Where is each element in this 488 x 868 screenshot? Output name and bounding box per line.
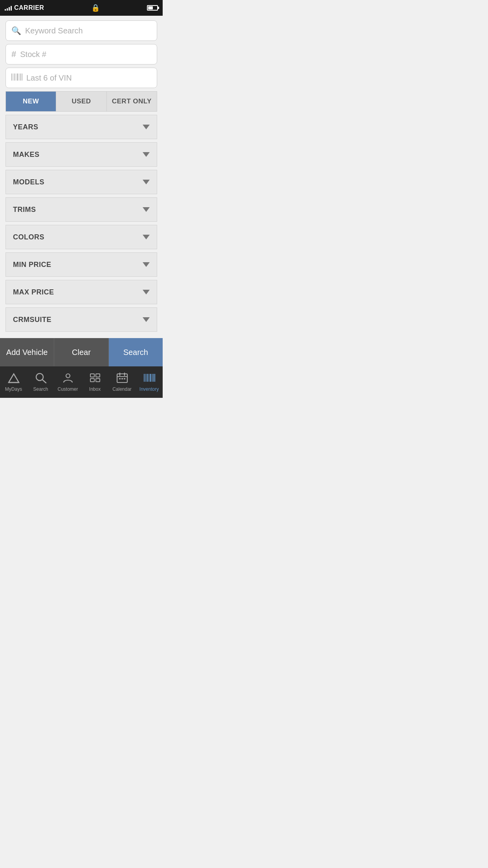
filter-min-price-label: MIN PRICE bbox=[13, 261, 51, 269]
carrier-name: CARRIER bbox=[14, 4, 44, 11]
search-icon: 🔍 bbox=[11, 26, 21, 35]
status-bar: CARRIER 🔒 bbox=[0, 0, 163, 16]
svg-rect-31 bbox=[154, 374, 155, 382]
tab-inbox-label: Inbox bbox=[89, 386, 101, 392]
svg-rect-28 bbox=[150, 374, 151, 382]
filter-makes[interactable]: MAKES bbox=[6, 142, 157, 167]
tab-calendar-label: Calendar bbox=[112, 386, 132, 392]
signal-bar-4 bbox=[11, 6, 12, 11]
chevron-down-icon bbox=[143, 290, 150, 294]
chevron-down-icon bbox=[143, 125, 150, 129]
filter-years-label: YEARS bbox=[13, 123, 39, 131]
main-content: 🔍 # NEW USED CERT ONLY YEARS bbox=[0, 16, 163, 338]
status-left: CARRIER bbox=[5, 4, 44, 11]
tab-search[interactable]: Search bbox=[27, 372, 54, 392]
filter-max-price-label: MAX PRICE bbox=[13, 288, 54, 296]
chevron-down-icon bbox=[143, 235, 150, 239]
filter-colors[interactable]: COLORS bbox=[6, 225, 157, 249]
signal-bars bbox=[5, 5, 12, 11]
keyword-search-container[interactable]: 🔍 bbox=[6, 20, 157, 41]
tab-inventory-label: Inventory bbox=[139, 386, 159, 392]
action-bar: Add Vehicle Clear Search bbox=[0, 338, 163, 366]
stock-search-input[interactable] bbox=[20, 50, 151, 59]
barcode-icon bbox=[11, 73, 22, 83]
svg-rect-25 bbox=[145, 374, 146, 382]
filter-crmsuite-label: CRMSUITE bbox=[13, 316, 51, 324]
calendar-icon bbox=[116, 372, 128, 385]
svg-rect-15 bbox=[90, 379, 94, 382]
battery-fill bbox=[148, 6, 153, 9]
svg-rect-6 bbox=[20, 74, 21, 81]
tab-inventory[interactable]: Inventory bbox=[136, 372, 163, 392]
filter-years[interactable]: YEARS bbox=[6, 115, 157, 139]
filter-max-price[interactable]: MAX PRICE bbox=[6, 280, 157, 304]
vehicle-type-selector[interactable]: NEW USED CERT ONLY bbox=[6, 91, 157, 112]
search-tab-icon bbox=[35, 372, 47, 385]
svg-rect-24 bbox=[144, 374, 145, 382]
tab-customer-label: Customer bbox=[57, 386, 78, 392]
filter-trims[interactable]: TRIMS bbox=[6, 197, 157, 222]
svg-marker-8 bbox=[9, 374, 19, 383]
inventory-icon bbox=[143, 372, 155, 385]
signal-bar-3 bbox=[9, 7, 10, 11]
filter-makes-label: MAKES bbox=[13, 151, 40, 159]
svg-rect-27 bbox=[149, 374, 149, 382]
svg-rect-23 bbox=[124, 378, 125, 379]
filter-min-price[interactable]: MIN PRICE bbox=[6, 252, 157, 277]
vin-search-container[interactable] bbox=[6, 68, 157, 88]
svg-rect-5 bbox=[19, 74, 19, 81]
svg-rect-16 bbox=[96, 379, 100, 382]
tab-search-label: Search bbox=[33, 386, 48, 392]
tab-inbox[interactable]: Inbox bbox=[81, 372, 108, 392]
svg-rect-7 bbox=[22, 74, 22, 81]
svg-rect-30 bbox=[153, 374, 154, 382]
clear-button[interactable]: Clear bbox=[54, 338, 108, 366]
svg-point-12 bbox=[66, 374, 70, 378]
chevron-down-icon bbox=[143, 317, 150, 322]
segment-new[interactable]: NEW bbox=[6, 92, 56, 111]
segment-cert-only[interactable]: CERT ONLY bbox=[107, 92, 157, 111]
tab-mydays-label: MyDays bbox=[5, 386, 22, 392]
segment-used[interactable]: USED bbox=[56, 92, 106, 111]
svg-rect-21 bbox=[119, 378, 121, 379]
tab-customer[interactable]: Customer bbox=[54, 372, 81, 392]
svg-rect-1 bbox=[13, 74, 13, 81]
filter-models-label: MODELS bbox=[13, 178, 44, 186]
chevron-down-icon bbox=[143, 180, 150, 184]
filter-colors-label: COLORS bbox=[13, 233, 44, 241]
signal-bar-1 bbox=[5, 9, 6, 11]
filter-crmsuite[interactable]: CRMSUITE bbox=[6, 307, 157, 332]
hash-icon: # bbox=[11, 49, 16, 59]
svg-rect-13 bbox=[90, 374, 94, 377]
filter-models[interactable]: MODELS bbox=[6, 170, 157, 194]
tab-bar: MyDays Search Customer bbox=[0, 366, 163, 398]
add-vehicle-button[interactable]: Add Vehicle bbox=[0, 338, 54, 366]
tab-calendar[interactable]: Calendar bbox=[108, 372, 136, 392]
chevron-down-icon bbox=[143, 207, 150, 212]
svg-rect-3 bbox=[16, 74, 16, 81]
vin-search-input[interactable] bbox=[26, 74, 151, 83]
tab-mydays[interactable]: MyDays bbox=[0, 372, 27, 392]
stock-search-container[interactable]: # bbox=[6, 44, 157, 64]
signal-bar-2 bbox=[7, 8, 8, 11]
chevron-down-icon bbox=[143, 152, 150, 157]
bottom-spacer bbox=[6, 335, 157, 338]
svg-line-11 bbox=[42, 380, 46, 383]
svg-rect-4 bbox=[17, 74, 18, 81]
lock-icon: 🔒 bbox=[91, 4, 100, 12]
battery-icon bbox=[147, 5, 158, 11]
chevron-down-icon bbox=[143, 262, 150, 267]
svg-rect-22 bbox=[121, 378, 123, 379]
svg-rect-14 bbox=[96, 374, 100, 377]
keyword-search-input[interactable] bbox=[25, 26, 151, 35]
svg-rect-0 bbox=[11, 74, 12, 81]
battery-container bbox=[147, 5, 158, 11]
filter-trims-label: TRIMS bbox=[13, 206, 36, 214]
svg-rect-2 bbox=[14, 74, 15, 81]
search-button[interactable]: Search bbox=[109, 338, 163, 366]
svg-rect-26 bbox=[147, 374, 148, 382]
svg-rect-29 bbox=[152, 374, 152, 382]
mydays-icon bbox=[8, 372, 20, 385]
inbox-icon bbox=[89, 372, 101, 385]
customer-icon bbox=[62, 372, 74, 385]
